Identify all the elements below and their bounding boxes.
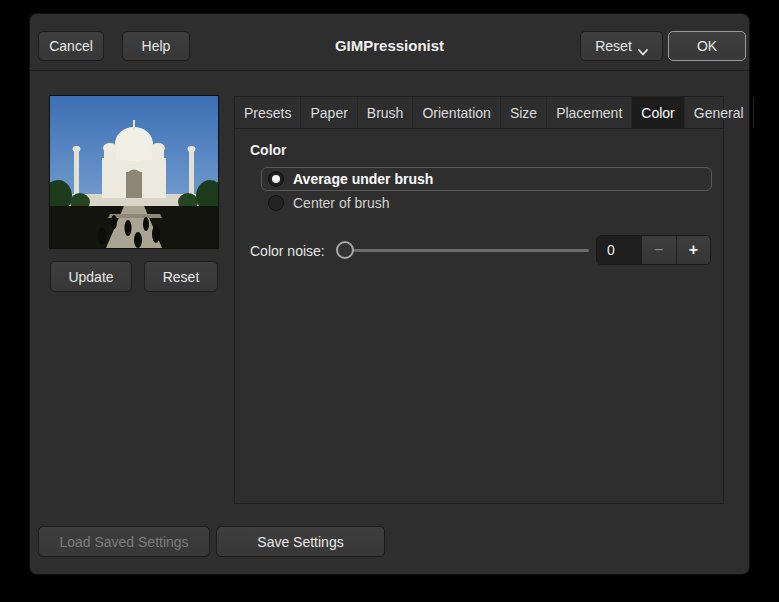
- color-noise-slider-track[interactable]: [339, 249, 589, 252]
- preview-reset-button[interactable]: Reset: [144, 261, 218, 292]
- color-panel: Color Average under brush Center of brus…: [235, 129, 723, 504]
- tab-presets[interactable]: Presets: [235, 97, 301, 128]
- color-noise-value[interactable]: 0: [597, 236, 641, 264]
- tab-brush[interactable]: Brush: [358, 97, 414, 128]
- radio-center-label: Center of brush: [293, 195, 390, 211]
- dialog-header: Cancel Help GIMPressionist Reset OK: [30, 14, 749, 71]
- radio-average-label: Average under brush: [293, 171, 433, 187]
- tab-color[interactable]: Color: [632, 97, 684, 128]
- ok-button-label: OK: [697, 38, 717, 54]
- load-saved-settings-label: Load Saved Settings: [59, 534, 188, 550]
- chevron-down-icon: [638, 43, 648, 50]
- tab-general[interactable]: General: [685, 97, 754, 128]
- color-noise-spinbox: 0 − +: [596, 235, 711, 265]
- tab-paper[interactable]: Paper: [301, 97, 357, 128]
- spin-plus-button[interactable]: +: [676, 236, 710, 264]
- load-saved-settings-button[interactable]: Load Saved Settings: [38, 526, 210, 557]
- spin-minus-button[interactable]: −: [641, 236, 675, 264]
- radio-button-icon: [268, 171, 284, 187]
- gimpressionist-dialog: Cancel Help GIMPressionist Reset OK: [30, 14, 749, 574]
- radio-button-icon: [268, 195, 284, 211]
- tab-placement[interactable]: Placement: [547, 97, 632, 128]
- preview-reset-button-label: Reset: [163, 269, 200, 285]
- save-settings-button[interactable]: Save Settings: [216, 526, 385, 557]
- settings-notebook: Presets Paper Brush Orientation Size Pla…: [234, 96, 724, 504]
- tab-bar: Presets Paper Brush Orientation Size Pla…: [235, 97, 723, 129]
- update-button[interactable]: Update: [50, 261, 132, 292]
- save-settings-label: Save Settings: [257, 534, 343, 550]
- color-section-title: Color: [250, 142, 287, 158]
- tab-orientation[interactable]: Orientation: [413, 97, 500, 128]
- radio-average-under-brush[interactable]: Average under brush: [261, 167, 712, 191]
- reset-dropdown-button[interactable]: Reset: [580, 31, 663, 61]
- radio-center-of-brush[interactable]: Center of brush: [268, 193, 390, 213]
- update-button-label: Update: [68, 269, 113, 285]
- reset-dropdown-label: Reset: [595, 38, 632, 54]
- color-noise-slider-handle[interactable]: [336, 241, 354, 259]
- preview-image: [50, 96, 218, 248]
- color-noise-label: Color noise:: [250, 243, 325, 259]
- tab-size[interactable]: Size: [501, 97, 547, 128]
- ok-button[interactable]: OK: [668, 31, 746, 61]
